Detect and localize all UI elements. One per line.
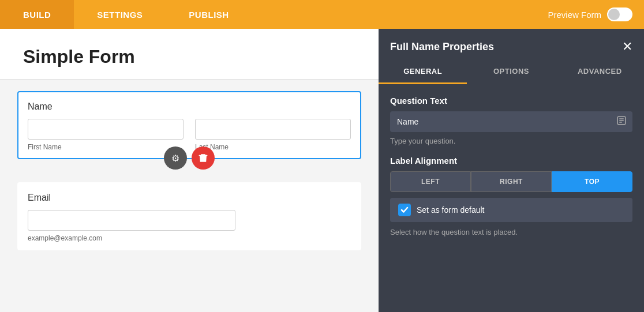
form-header-area: Simple Form [0, 29, 379, 80]
preview-form-toggle[interactable] [607, 7, 632, 21]
name-field-block[interactable]: Name First Name Last Name ⚙ [17, 91, 361, 159]
main-area: Simple Form Name First Name Last Name [0, 29, 644, 312]
gear-button[interactable]: ⚙ [164, 146, 187, 170]
align-top-button[interactable]: TOP [552, 171, 632, 192]
checkbox-checked-icon [398, 204, 411, 216]
trash-icon [198, 153, 208, 163]
tab-advanced[interactable]: ADVANCED [556, 60, 644, 84]
question-input-wrapper [390, 111, 632, 132]
last-name-sublabel: Last Name [195, 143, 351, 151]
panel-header: Full Name Properties ✕ [379, 29, 644, 53]
toggle-knob [608, 9, 620, 20]
align-left-button[interactable]: LEFT [390, 171, 471, 192]
email-field-block[interactable]: Email example@example.com [17, 182, 361, 250]
trash-button[interactable] [192, 146, 215, 170]
align-right-button[interactable]: RIGHT [471, 171, 552, 192]
alignment-buttons: LEFT RIGHT TOP [390, 171, 632, 192]
question-text-input[interactable] [390, 111, 632, 132]
form-title: Simple Form [23, 46, 355, 67]
name-field-label: Name [28, 102, 351, 112]
email-sublabel: example@example.com [28, 234, 235, 242]
form-fields-area: Name First Name Last Name ⚙ [0, 80, 379, 273]
preview-form-label: Preview Form [548, 10, 601, 20]
field-action-buttons: ⚙ [164, 146, 215, 170]
first-name-group: First Name [28, 119, 184, 151]
first-name-input[interactable] [28, 119, 184, 140]
nav-spacer [252, 0, 537, 29]
label-alignment-label: Label Alignment [390, 156, 632, 166]
label-alignment-section: Label Alignment LEFT RIGHT TOP Set as fo… [390, 156, 632, 236]
right-panel: Full Name Properties ✕ GENERAL OPTIONS A… [379, 29, 644, 312]
set-as-default-row[interactable]: Set as form default [390, 198, 632, 222]
close-button[interactable]: ✕ [622, 40, 632, 53]
tab-build[interactable]: BUILD [0, 0, 74, 29]
panel-tabs: GENERAL OPTIONS ADVANCED [379, 60, 644, 84]
set-as-default-label: Set as form default [417, 205, 485, 215]
tab-publish[interactable]: PUBLISH [166, 0, 252, 29]
question-hint: Type your question. [390, 137, 632, 145]
question-text-section-label: Question Text [390, 96, 632, 106]
last-name-input[interactable] [195, 119, 351, 140]
tab-general[interactable]: GENERAL [379, 60, 467, 84]
first-name-sublabel: First Name [28, 143, 184, 151]
email-input[interactable] [28, 210, 235, 231]
text-input-icon [616, 115, 627, 128]
preview-form-area: Preview Form [536, 0, 644, 29]
email-input-group: example@example.com [28, 210, 235, 242]
last-name-group: Last Name [195, 119, 351, 151]
tab-settings[interactable]: SETTINGS [74, 0, 166, 29]
top-navigation: BUILD SETTINGS PUBLISH Preview Form [0, 0, 644, 29]
alignment-select-hint: Select how the question text is placed. [390, 228, 632, 236]
panel-content: Question Text Type your question. Label … [379, 84, 644, 312]
email-field-label: Email [28, 193, 351, 203]
panel-title: Full Name Properties [390, 41, 494, 53]
gear-icon: ⚙ [171, 153, 179, 164]
tab-options[interactable]: OPTIONS [467, 60, 555, 84]
form-builder: Simple Form Name First Name Last Name [0, 29, 379, 312]
